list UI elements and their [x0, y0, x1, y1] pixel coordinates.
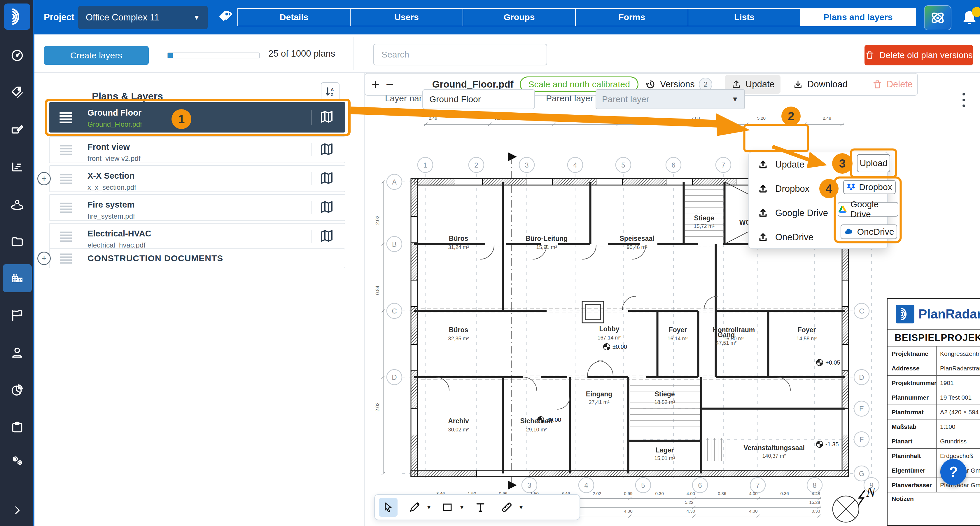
plans-panel: Plans & Layers AZ Ground Floor Ground_Fl…: [34, 73, 364, 526]
tab-forms[interactable]: Forms: [575, 8, 688, 26]
menu-item-label: Google Drive: [775, 208, 828, 218]
tab-details[interactable]: Details: [237, 8, 351, 26]
measure-tool[interactable]: [497, 498, 516, 516]
pen-tool-caret[interactable]: ▾: [427, 504, 431, 511]
drag-handle-icon[interactable]: [58, 103, 73, 132]
pen-tool[interactable]: [405, 498, 424, 516]
plan-file: fire_system.pdf: [88, 212, 135, 220]
tab-lists[interactable]: Lists: [688, 8, 801, 26]
flag-icon: [11, 309, 24, 322]
plan-row-electrical-hvac[interactable]: Electrical-HVAC electrical_hvac.pdf: [49, 223, 345, 250]
plan-file: electrical_hvac.pdf: [88, 241, 146, 249]
sidebar-item-contacts[interactable]: [0, 339, 34, 367]
tab-plans-and-layers[interactable]: Plans and layers: [800, 8, 916, 26]
plan-name: Fire system: [88, 200, 134, 210]
svg-text:18,52 m²: 18,52 m²: [654, 399, 675, 405]
map-icon[interactable]: [320, 110, 334, 125]
map-icon[interactable]: [320, 200, 334, 215]
cursor-icon: [382, 502, 394, 513]
plan-row-fire-system[interactable]: Fire system fire_system.pdf: [49, 194, 345, 221]
svg-text:A: A: [331, 87, 334, 92]
upload-callout-button[interactable]: Upload: [857, 154, 890, 172]
tb-label: Projektnummer: [888, 376, 937, 390]
tb-label: Eigentümer: [888, 463, 937, 478]
svg-text:C: C: [859, 307, 864, 315]
sidebar-item-statistics[interactable]: [0, 153, 34, 181]
signature-icon: [11, 123, 24, 136]
plan-row-x-x-section[interactable]: X-X Section x_x_section.pdf: [49, 165, 345, 192]
rectangle-icon: [442, 502, 453, 513]
delete-old-plan-versions-button[interactable]: Delete old plan versions: [864, 45, 973, 65]
sidebar-item-settings[interactable]: [0, 446, 34, 475]
tb-value: 1:100: [937, 419, 980, 434]
tab-label: Users: [395, 12, 418, 22]
svg-text:16,14 m²: 16,14 m²: [667, 336, 688, 341]
sidebar-collapse[interactable]: [0, 496, 34, 524]
map-icon[interactable]: [320, 142, 334, 157]
help-button[interactable]: ?: [940, 459, 967, 485]
gears-icon: [11, 454, 24, 467]
svg-text:Stiege: Stiege: [694, 214, 714, 222]
drag-handle-icon[interactable]: [58, 223, 73, 249]
sidebar-item-reports[interactable]: [0, 376, 34, 404]
tab-users[interactable]: Users: [350, 8, 463, 26]
sidebar-item-tags[interactable]: [0, 78, 34, 106]
drag-handle-icon[interactable]: [58, 249, 73, 268]
tb-label: Projektname: [888, 346, 937, 361]
svg-text:Speisesaal: Speisesaal: [620, 235, 654, 242]
plans-progress-bar: [167, 53, 259, 58]
sort-button[interactable]: AZ: [321, 82, 339, 101]
folder-icon: [11, 235, 24, 249]
tag-icon: [218, 10, 233, 24]
chevron-down-icon: ▼: [193, 13, 200, 22]
dropbox-callout-button[interactable]: Dropbox: [843, 180, 896, 194]
tags-icon: [11, 86, 24, 99]
drag-handle-icon[interactable]: [58, 166, 73, 191]
shape-tool[interactable]: [438, 498, 457, 516]
group-row-construction-documents[interactable]: CONSTRUCTION DOCUMENTS: [49, 249, 345, 268]
divider: [163, 37, 163, 70]
dimensions-top: 2.496.246.206.207.085.202.48: [429, 116, 831, 121]
sidebar-item-templates[interactable]: [0, 413, 34, 442]
app-switcher-button[interactable]: [924, 5, 951, 30]
provider-label: OneDrive: [857, 227, 894, 237]
sidebar-item-dashboard[interactable]: [0, 41, 34, 70]
tab-groups[interactable]: Groups: [463, 8, 576, 26]
add-group-button[interactable]: +: [37, 252, 51, 265]
drag-handle-icon[interactable]: [58, 137, 73, 163]
text-tool[interactable]: [471, 498, 490, 516]
measure-tool-caret[interactable]: ▾: [519, 504, 523, 511]
sidebar-item-plans[interactable]: [0, 264, 34, 292]
plan-row-front-view[interactable]: Front view front_view v2.pdf: [49, 136, 345, 163]
sidebar-item-location[interactable]: [0, 190, 34, 218]
shape-tool-caret[interactable]: ▾: [460, 504, 463, 511]
svg-text:140,37 m²: 140,37 m²: [762, 453, 786, 459]
sidebar-item-tickets[interactable]: [0, 301, 34, 329]
svg-text:G: G: [859, 470, 864, 478]
project-tags-button[interactable]: [218, 10, 233, 26]
plan-row-ground-floor[interactable]: Ground Floor Ground_Floor.pdf: [49, 102, 345, 132]
create-layers-button[interactable]: Create layers: [44, 46, 149, 65]
map-icon[interactable]: [320, 171, 334, 186]
tab-label: Lists: [734, 12, 754, 22]
sidebar-item-projects[interactable]: [0, 228, 34, 256]
notifications-button[interactable]: [960, 9, 980, 29]
google-drive-callout-button[interactable]: Google Drive: [838, 202, 898, 217]
notification-dot: [972, 7, 980, 17]
search-input[interactable]: [373, 44, 547, 65]
project-select[interactable]: Office Complex 11 ▼: [78, 6, 208, 29]
select-tool[interactable]: [379, 498, 398, 516]
svg-text:E: E: [859, 405, 864, 413]
svg-text:Sicherheit: Sicherheit: [520, 417, 553, 425]
onedrive-callout-button[interactable]: OneDrive: [841, 225, 897, 239]
drag-handle-icon[interactable]: [58, 195, 73, 220]
map-icon[interactable]: [320, 229, 334, 244]
help-label: ?: [949, 464, 958, 480]
add-layer-button[interactable]: +: [37, 172, 51, 185]
divider: [312, 143, 312, 156]
planradar-logo[interactable]: [4, 3, 30, 30]
sidebar-item-tasks[interactable]: [0, 116, 34, 143]
svg-text:90,46 m²: 90,46 m²: [627, 244, 647, 250]
onedrive-logo-icon: [844, 227, 854, 237]
building-icon: [10, 271, 24, 285]
